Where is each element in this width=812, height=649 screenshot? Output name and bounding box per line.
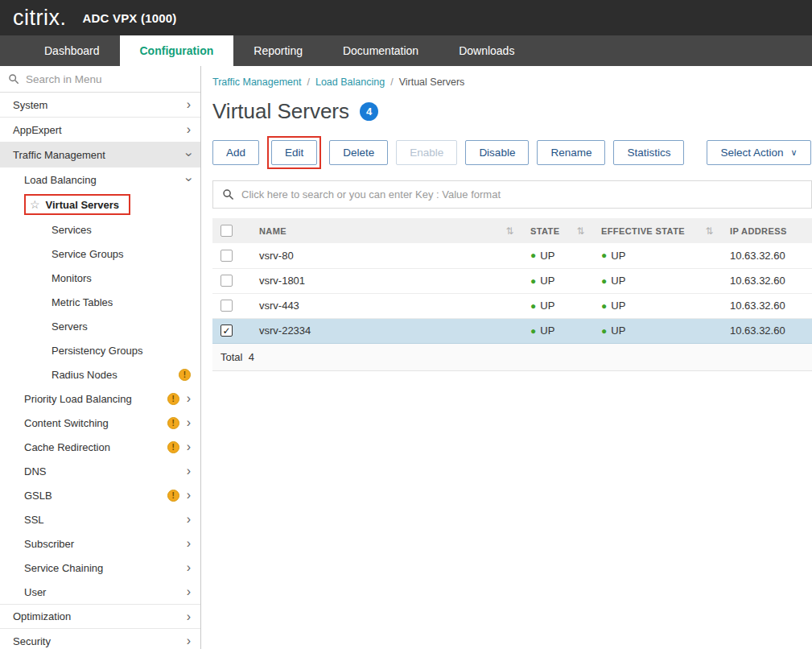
sidebar-item-content-switching[interactable]: Content Switching ! › <box>0 411 200 435</box>
total-count: Total 4 <box>212 343 812 370</box>
sidebar-item-gslb[interactable]: GSLB ! › <box>0 483 200 507</box>
status-up-icon: ● <box>530 250 536 260</box>
chevron-right-icon: › <box>187 561 191 574</box>
row-checkbox-checked[interactable]: ✓ <box>221 324 233 337</box>
sidebar-item-label: SSL <box>24 514 44 526</box>
tab-configuration[interactable]: Configuration <box>120 35 234 66</box>
sidebar-item-security[interactable]: Security › <box>0 629 200 649</box>
status-up-icon: ● <box>601 326 607 336</box>
sidebar-item-load-balancing[interactable]: Load Balancing › <box>0 167 200 192</box>
table-row[interactable]: vsrv-1801 ● UP ● UP 10.63.32.60 <box>212 268 812 293</box>
breadcrumb-separator: / <box>390 76 393 88</box>
check-icon: ✓ <box>222 325 230 337</box>
disable-button[interactable]: Disable <box>465 140 529 165</box>
table-row[interactable]: vsrv-443 ● UP ● UP 10.63.32.60 <box>212 293 812 318</box>
breadcrumb-link-load-balancing[interactable]: Load Balancing <box>315 76 385 88</box>
sidebar-search <box>0 66 200 93</box>
chevron-right-icon: › <box>187 537 191 550</box>
sort-icon: ⇅ <box>706 225 714 237</box>
cell-ip-address: 10.63.32.60 <box>722 293 812 318</box>
virtual-servers-table: NAME ⇅ STATE ⇅ EFFECTIVE STATE ⇅ IP ADDR… <box>212 218 812 371</box>
star-icon: ☆ <box>30 198 40 211</box>
chevron-right-icon: › <box>187 585 191 598</box>
breadcrumb-current: Virtual Servers <box>399 76 465 88</box>
select-action-label: Select Action <box>720 147 783 159</box>
app-header: citrix. ADC VPX (1000) <box>0 0 812 35</box>
sidebar-item-cache-redirection[interactable]: Cache Redirection ! › <box>0 435 200 459</box>
sidebar-item-dns[interactable]: DNS › <box>0 459 200 483</box>
table-row[interactable]: vsrv-80 ● UP ● UP 10.63.32.60 <box>212 243 812 268</box>
state-badge: ● UP <box>530 275 585 287</box>
select-action-dropdown[interactable]: Select Action ∨ <box>707 140 810 165</box>
cell-name: vsrv-443 <box>251 293 522 318</box>
column-header-ip-address[interactable]: IP ADDRESS <box>722 218 812 243</box>
sort-icon: ⇅ <box>577 225 585 237</box>
row-checkbox[interactable] <box>221 300 233 312</box>
sidebar-item-label: Subscriber <box>24 538 74 550</box>
rename-button[interactable]: Rename <box>537 140 605 165</box>
page-title: Virtual Servers <box>212 99 349 124</box>
sidebar-item-traffic-management[interactable]: Traffic Management › <box>0 143 200 167</box>
sidebar-item-label: Security <box>13 635 51 647</box>
sidebar-item-user[interactable]: User › <box>0 580 200 604</box>
sidebar-item-metric-tables[interactable]: Metric Tables <box>0 290 200 314</box>
sidebar-item-label: Priority Load Balancing <box>24 393 132 405</box>
sidebar-item-service-groups[interactable]: Service Groups <box>0 242 200 266</box>
chevron-down-icon: ∨ <box>791 147 798 158</box>
sort-icon: ⇅ <box>506 225 514 237</box>
sidebar-item-radius-nodes[interactable]: Radius Nodes ! <box>0 362 200 387</box>
effective-state-badge: ● UP <box>601 300 714 312</box>
sidebar-item-label: Service Chaining <box>24 562 103 574</box>
sidebar-item-label: User <box>24 586 46 598</box>
table-search-input[interactable] <box>241 188 802 200</box>
sidebar-item-service-chaining[interactable]: Service Chaining › <box>0 556 200 580</box>
delete-button[interactable]: Delete <box>329 140 388 165</box>
table-footer-row: Total 4 <box>212 343 812 370</box>
sidebar-item-label: Optimization <box>13 610 71 622</box>
column-header-effective-state[interactable]: EFFECTIVE STATE ⇅ <box>593 218 722 243</box>
state-badge: ● UP <box>530 250 585 262</box>
sidebar-search-input[interactable] <box>26 73 192 85</box>
statistics-button[interactable]: Statistics <box>613 140 684 165</box>
enable-button[interactable]: Enable <box>396 140 457 165</box>
sidebar-item-label: Servers <box>52 320 88 333</box>
chevron-right-icon: › <box>187 465 191 477</box>
sidebar-item-ssl[interactable]: SSL › <box>0 507 200 531</box>
search-icon <box>8 73 19 85</box>
tab-reporting[interactable]: Reporting <box>233 35 323 66</box>
row-checkbox[interactable] <box>221 275 233 287</box>
add-button[interactable]: Add <box>212 140 259 165</box>
sidebar-item-optimization[interactable]: Optimization › <box>0 604 200 629</box>
cell-ip-address: 10.63.32.60 <box>722 268 812 293</box>
sidebar-item-services[interactable]: Services <box>0 217 200 242</box>
effective-state-badge: ● UP <box>601 324 714 337</box>
sidebar-item-persistency-groups[interactable]: Persistency Groups <box>0 338 200 362</box>
sidebar-item-label: Virtual Servers <box>46 199 120 211</box>
sidebar-item-subscriber[interactable]: Subscriber › <box>0 531 200 556</box>
table-row-selected[interactable]: ✓ vsrv-22334 ● UP ● UP 10.63.32.60 <box>212 318 812 343</box>
breadcrumb-link-traffic-management[interactable]: Traffic Management <box>212 76 301 88</box>
sidebar-item-appexpert[interactable]: AppExpert › <box>0 118 200 143</box>
sidebar-item-priority-load-balancing[interactable]: Priority Load Balancing ! › <box>0 387 200 411</box>
tab-dashboard[interactable]: Dashboard <box>24 35 120 66</box>
edit-button[interactable]: Edit <box>271 140 317 165</box>
select-all-checkbox[interactable] <box>221 225 233 237</box>
sidebar-item-monitors[interactable]: Monitors <box>0 266 200 290</box>
column-header-state[interactable]: STATE ⇅ <box>522 218 593 243</box>
column-header-name[interactable]: NAME ⇅ <box>251 218 522 243</box>
sidebar-item-system[interactable]: System › <box>0 93 200 118</box>
chevron-right-icon: › <box>187 610 191 623</box>
sidebar-item-virtual-servers[interactable]: ☆ Virtual Servers <box>0 192 200 217</box>
table-header-row: NAME ⇅ STATE ⇅ EFFECTIVE STATE ⇅ IP ADDR… <box>212 218 812 243</box>
annotation-box-edit: Edit <box>267 136 321 169</box>
sidebar-item-label: Metric Tables <box>52 296 113 308</box>
sidebar-item-label: Services <box>52 224 92 236</box>
tab-downloads[interactable]: Downloads <box>439 35 534 66</box>
row-checkbox[interactable] <box>221 250 233 262</box>
sidebar-item-label: GSLB <box>24 490 52 502</box>
sidebar-item-servers[interactable]: Servers <box>0 314 200 338</box>
chevron-down-icon: › <box>182 152 195 156</box>
cell-ip-address: 10.63.32.60 <box>722 243 812 268</box>
status-up-icon: ● <box>530 276 536 286</box>
tab-documentation[interactable]: Documentation <box>323 35 439 66</box>
